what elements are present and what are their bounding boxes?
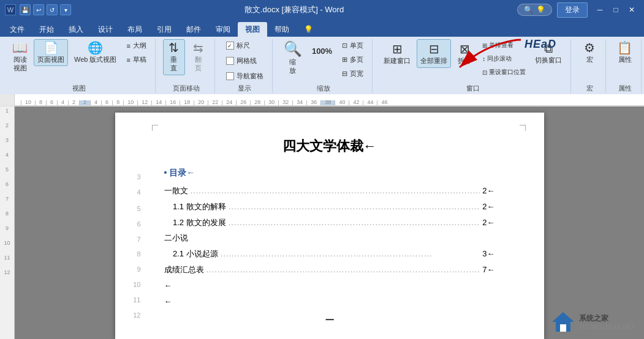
page-nav-icon: ⇆ xyxy=(193,42,203,54)
sync-scroll-button[interactable]: ↕ 同步滚动 xyxy=(479,53,529,65)
restore-button[interactable]: □ xyxy=(608,4,623,16)
tab-view[interactable]: 视图 xyxy=(238,22,267,37)
ruler-mark: 10 xyxy=(21,100,35,105)
line-num: 6 xyxy=(124,218,141,231)
close-button[interactable]: ✕ xyxy=(624,4,639,16)
ruler-area: 10 8 6 4 2 2 4 6 8 10 12 14 16 18 20 22 … xyxy=(0,94,644,106)
document-page: 3 4 5 6 7 8 9 10 11 12 四大文学体裁← • 目录← xyxy=(115,113,544,339)
zoom-buttons: 🔍 缩放 100% ⊡ 单页 ⊞ 多页 ⊟ 页宽 xyxy=(280,39,367,83)
ruler-mark: 42 xyxy=(349,100,363,105)
line-num: 12 xyxy=(124,309,141,322)
ruler-mark: 24 xyxy=(222,100,236,105)
tab-design[interactable]: 设计 xyxy=(91,22,120,37)
toc-item-8: ← xyxy=(164,296,495,308)
ruler-corner xyxy=(0,94,15,106)
line-num: 11 xyxy=(124,294,141,307)
login-button[interactable]: 登录 xyxy=(557,2,588,18)
zoom-100-button[interactable]: 100% xyxy=(308,39,336,64)
page-nav-button[interactable]: ⇆ 翻页 xyxy=(188,39,210,75)
ruler-mark: 8 xyxy=(112,100,123,105)
outline-button[interactable]: ≡ 大纲 xyxy=(123,39,150,52)
tab-review[interactable]: 审阅 xyxy=(208,22,238,37)
toc-dots-6: ........................................… xyxy=(206,264,480,277)
zoom-dialog-button[interactable]: 🔍 缩放 xyxy=(280,39,306,78)
tab-home[interactable]: 开始 xyxy=(32,22,61,37)
toc-item-3[interactable]: 1.2 散文的发展 ..............................… xyxy=(164,217,495,229)
title-bar-left: W 💾 ↩ ↺ ▾ xyxy=(5,4,71,15)
tab-mailings[interactable]: 邮件 xyxy=(179,22,208,37)
arrange-all-icon: ⊟ xyxy=(429,42,439,56)
grid-checkbox-btn[interactable]: 网格线 xyxy=(222,54,267,67)
ruler-mark: 18 xyxy=(180,100,194,105)
property-icon: 📋 xyxy=(617,42,632,54)
toc-label-2: 1.1 散文的解释 xyxy=(164,201,226,214)
outline-label: 大纲 xyxy=(133,41,146,50)
reset-window-button[interactable]: ⊡ 重设窗口位置 xyxy=(479,66,529,78)
undo-button[interactable]: ↩ xyxy=(33,4,44,15)
draft-button[interactable]: ≡ 草稿 xyxy=(123,53,150,66)
property-button[interactable]: 📋 属性 xyxy=(613,39,636,66)
arrange-all-button[interactable]: ⊟ 全部重排 xyxy=(417,39,451,68)
search-label: 💡 xyxy=(536,6,545,14)
ops-search[interactable]: 🔍 💡 xyxy=(517,4,552,16)
arrange-all-label: 全部重排 xyxy=(420,56,447,65)
tab-file[interactable]: 文件 xyxy=(2,22,32,37)
macro-button[interactable]: ⚙ 宏 xyxy=(578,39,600,66)
document-scroll[interactable]: 3 4 5 6 7 8 9 10 11 12 四大文学体裁← • 目录← xyxy=(15,106,644,339)
ruler-mark: 40 xyxy=(335,100,349,105)
tab-insert[interactable]: 插入 xyxy=(61,22,91,37)
new-window-button[interactable]: ⊞ 新建窗口 xyxy=(380,39,414,68)
grid-checkbox-label: 网格线 xyxy=(237,56,257,65)
ruler-num: 8 xyxy=(6,210,9,217)
save-button[interactable]: 💾 xyxy=(20,4,31,15)
head-label: HEaD xyxy=(525,38,556,51)
vertical-button[interactable]: ⇅ 垂直 xyxy=(163,39,185,75)
web-view-button[interactable]: 🌐 Web 版式视图 xyxy=(70,39,120,66)
ruler-mark: 16 xyxy=(165,100,180,105)
one-page-button[interactable]: ⊡ 单页 xyxy=(338,39,367,52)
redo-button[interactable]: ↺ xyxy=(47,4,58,15)
toc-item-4[interactable]: 二小说 xyxy=(164,232,495,245)
ruler-mark: 10 xyxy=(123,100,137,105)
multi-page-button[interactable]: ⊞ 多页 xyxy=(338,53,367,66)
page-nav-label: 翻页 xyxy=(195,55,202,73)
outline-icon: ≡ xyxy=(126,42,130,50)
ruler-mark: 4 xyxy=(90,100,101,105)
tab-layout[interactable]: 布局 xyxy=(120,22,150,37)
ruler-num: 12 xyxy=(4,269,10,275)
split-button[interactable]: ⊠ 拆分 xyxy=(453,39,475,68)
grid-checkbox-icon xyxy=(226,57,234,65)
page-width-button[interactable]: ⊟ 页宽 xyxy=(338,67,367,80)
toc-page-6: 7← xyxy=(482,264,494,277)
toc-item-2[interactable]: 1.1 散文的解释 ..............................… xyxy=(164,201,495,214)
ruler-num: 1 xyxy=(6,108,9,114)
read-view-button[interactable]: 📖 阅读视图 xyxy=(9,39,31,75)
toc-item-6[interactable]: 成绩汇总表 ..................................… xyxy=(164,264,495,277)
ruler-num: 10 xyxy=(4,240,10,246)
property-label: 属性 xyxy=(618,55,632,64)
tab-help[interactable]: 帮助 xyxy=(267,22,297,37)
ruler-mark: 2 xyxy=(68,100,79,105)
document-area: 1 2 3 4 5 6 7 8 9 10 11 12 3 4 5 6 7 8 9… xyxy=(0,106,644,339)
customize-button[interactable]: ▾ xyxy=(60,4,71,15)
toc-item-1[interactable]: 一散文 ....................................… xyxy=(164,185,495,198)
ruler-mark: 8 xyxy=(35,100,46,105)
toc-dots-5: ........................................… xyxy=(221,248,480,261)
ruler-checkbox-btn[interactable]: 标尺 xyxy=(222,39,267,52)
vertical-label: 垂直 xyxy=(170,55,177,73)
line-num: 9 xyxy=(124,263,141,276)
tab-references[interactable]: 引用 xyxy=(150,22,179,37)
one-page-label: 单页 xyxy=(350,41,363,50)
tab-lightbulb[interactable]: 💡 xyxy=(297,22,320,37)
toc-label-8: ← xyxy=(164,296,172,308)
ruler-mark: 12 xyxy=(137,100,151,105)
zoom-small-buttons: ⊡ 单页 ⊞ 多页 ⊟ 页宽 xyxy=(338,39,367,80)
toc-heading[interactable]: • 目录← xyxy=(164,168,495,179)
nav-pane-checkbox-btn[interactable]: 导航窗格 xyxy=(222,70,267,83)
side-by-side-button[interactable]: ⊞ 并排查看 xyxy=(479,39,529,51)
page-view-button[interactable]: 📄 页面视图 xyxy=(34,39,68,66)
document-title[interactable]: 四大文学体裁← xyxy=(164,137,495,155)
zoom-group-label: 缩放 xyxy=(317,84,330,93)
toc-item-5[interactable]: 2.1 小说起源 ...............................… xyxy=(164,248,495,261)
minimize-button[interactable]: ─ xyxy=(593,4,607,16)
